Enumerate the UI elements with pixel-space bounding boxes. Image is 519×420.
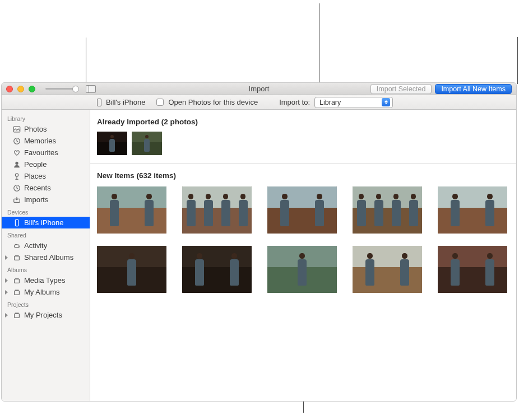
photo-thumbnail[interactable] [97, 186, 166, 234]
photo-thumbnail[interactable] [182, 186, 252, 234]
cloud-icon [13, 242, 21, 250]
photo-thumbnail[interactable] [353, 186, 422, 234]
sidebar-item-activity[interactable]: Activity [2, 240, 90, 251]
import-to-value: Library [319, 99, 341, 106]
import-all-button[interactable]: Import All New Items [435, 84, 512, 94]
sidebar-item-favourites[interactable]: Favourites [2, 147, 90, 158]
sidebar-item-photos[interactable]: Photos [2, 123, 90, 135]
import-icon [13, 196, 21, 204]
sidebar-item-my-albums[interactable]: My Albums [2, 286, 90, 298]
sidebar-item-imports[interactable]: Imports [2, 194, 90, 206]
svg-rect-10 [15, 314, 20, 318]
photos-icon [13, 125, 21, 133]
device-icon [97, 99, 101, 106]
toggle-sidebar-button[interactable] [86, 85, 96, 93]
photo-thumbnail[interactable] [353, 246, 422, 293]
album-stack-icon [13, 254, 21, 262]
open-photos-checkbox[interactable] [156, 99, 164, 106]
album-stack-icon [13, 311, 21, 319]
new-items-thumbs [97, 186, 509, 293]
window-controls [6, 86, 35, 92]
titlebar: Import Import Selected Import All New It… [2, 83, 516, 95]
sidebar-item-label: Shared Albums [24, 253, 73, 262]
sidebar-item-memories[interactable]: Memories [2, 135, 90, 147]
svg-rect-8 [15, 279, 20, 283]
sidebar-item-label: Places [24, 172, 46, 180]
sidebar-item-people[interactable]: People [2, 158, 90, 170]
sidebar-item-label: Recents [24, 184, 51, 192]
album-stack-icon [13, 288, 21, 296]
sidebar-item-label: Bill's iPhone [24, 218, 63, 227]
sidebar-item-my-projects[interactable]: My Projects [2, 309, 90, 321]
popup-caret-icon [382, 98, 390, 106]
minimize-window-button[interactable] [17, 86, 24, 92]
svg-rect-6 [15, 220, 18, 226]
sidebar-item-recents[interactable]: Recents [2, 182, 90, 194]
callout-line [517, 37, 518, 84]
svg-rect-7 [15, 256, 20, 260]
clock-icon [13, 137, 21, 145]
import-selected-button[interactable]: Import Selected [370, 84, 432, 94]
disclosure-triangle-icon[interactable] [5, 313, 8, 318]
sidebar-item-media-types[interactable]: Media Types [2, 274, 90, 286]
sidebar-item-places[interactable]: Places [2, 170, 90, 182]
sidebar-section-shared: Shared [2, 228, 90, 240]
sidebar: Library Photos Memories Favourites Peopl… [2, 110, 90, 401]
sidebar-item-device[interactable]: Bill's iPhone [2, 217, 90, 228]
sidebar-section-library: Library [2, 112, 90, 123]
disclosure-triangle-icon[interactable] [5, 290, 8, 295]
photo-thumbnail[interactable] [438, 186, 507, 234]
sidebar-item-label: My Albums [24, 288, 60, 296]
sidebar-section-albums: Albums [2, 263, 90, 274]
clock-icon [13, 184, 21, 192]
svg-point-3 [15, 173, 18, 176]
sidebar-item-shared-albums[interactable]: Shared Albums [2, 251, 90, 263]
already-imported-heading: Already Imported (2 photos) [97, 118, 509, 126]
sidebar-item-label: My Projects [24, 311, 62, 319]
photo-thumbnail[interactable] [438, 246, 507, 293]
content-area: Already Imported (2 photos) New Items (6… [90, 110, 516, 401]
thumbnail-zoom-slider[interactable] [45, 85, 79, 93]
sidebar-item-label: Favourites [24, 148, 58, 157]
sidebar-section-projects: Projects [2, 298, 90, 309]
photo-thumbnail[interactable] [97, 132, 127, 155]
import-to-popup[interactable]: Library [314, 97, 393, 108]
sidebar-item-label: Media Types [24, 276, 65, 284]
disclosure-triangle-icon[interactable] [5, 278, 8, 283]
sidebar-item-label: Photos [24, 125, 47, 133]
pin-icon [13, 172, 21, 180]
open-photos-label: Open Photos for this device [168, 98, 258, 106]
photo-thumbnail[interactable] [132, 132, 162, 155]
photo-thumbnail[interactable] [267, 246, 337, 293]
sidebar-item-label: Activity [24, 241, 47, 250]
heart-icon [13, 149, 21, 157]
photo-thumbnail[interactable] [267, 186, 337, 234]
section-divider [90, 163, 516, 164]
disclosure-triangle-icon[interactable] [5, 255, 8, 260]
sidebar-item-label: Memories [24, 137, 56, 145]
import-subtoolbar: Bill's iPhone Open Photos for this devic… [2, 95, 516, 110]
new-items-heading: New Items (632 items) [97, 171, 509, 180]
import-to-label: Import to: [279, 98, 310, 106]
already-imported-thumbs [97, 132, 509, 155]
device-icon [13, 219, 21, 227]
sidebar-item-label: Imports [24, 195, 48, 204]
svg-rect-9 [15, 291, 20, 295]
device-name-label: Bill's iPhone [106, 98, 145, 106]
close-window-button[interactable] [6, 86, 13, 92]
app-window: Import Import Selected Import All New It… [1, 82, 517, 402]
svg-point-2 [15, 161, 18, 164]
sidebar-section-devices: Devices [2, 206, 90, 217]
photo-thumbnail[interactable] [97, 246, 166, 293]
person-icon [13, 161, 21, 169]
album-stack-icon [13, 277, 21, 284]
photo-thumbnail[interactable] [182, 246, 252, 293]
sidebar-item-label: People [24, 160, 47, 169]
zoom-window-button[interactable] [29, 86, 35, 92]
